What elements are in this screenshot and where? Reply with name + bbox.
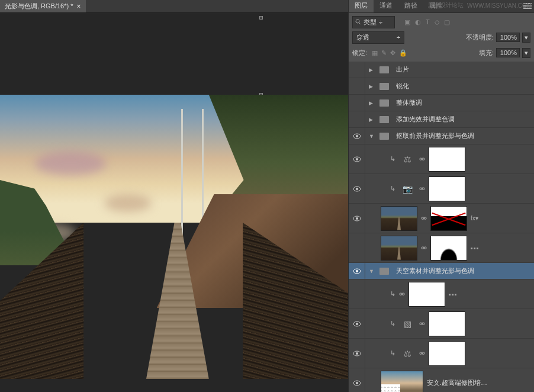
adjustment-layer-camera[interactable]: ↳ 📷 ⚮ xyxy=(349,174,534,204)
document-tab-title: 光影与色调, RGB/16*) * xyxy=(5,2,73,11)
canvas-image xyxy=(0,95,348,379)
twist-icon[interactable]: ▼ xyxy=(369,268,376,274)
mask-thumbnail[interactable] xyxy=(429,147,465,172)
twist-icon[interactable]: ▼ xyxy=(369,133,376,139)
visibility-toggle[interactable] xyxy=(349,62,365,78)
visibility-toggle[interactable] xyxy=(349,78,365,94)
lock-position-icon[interactable]: ✥ xyxy=(390,49,395,57)
layer-group-foreground[interactable]: ▼ 抠取前景并调整光影与色调 xyxy=(349,128,534,144)
layer-thumbnail[interactable] xyxy=(381,206,417,231)
clip-icon: ↳ xyxy=(390,185,395,192)
document-tab-bar: 光影与色调, RGB/16*) * × xyxy=(0,0,348,13)
transform-handle-top[interactable] xyxy=(259,16,263,20)
close-icon[interactable]: × xyxy=(77,2,81,11)
lock-all-icon[interactable]: 🔒 xyxy=(399,49,407,57)
visibility-toggle[interactable] xyxy=(349,279,365,309)
adjustment-layer-levels[interactable]: ↳ ⚖ ⚮ xyxy=(349,144,534,174)
smart-object-layer[interactable]: 安文.超高端修图培… xyxy=(349,368,534,392)
svg-point-10 xyxy=(356,188,358,190)
document-tab[interactable]: 光影与色调, RGB/16*) * × xyxy=(0,0,86,12)
svg-point-6 xyxy=(356,135,358,137)
filter-smart-icon[interactable]: ▢ xyxy=(444,18,450,26)
more-icon[interactable]: ▪▪▪ xyxy=(449,291,458,298)
cloud xyxy=(35,152,106,175)
layer-group-sky[interactable]: ▼ 天空素材并调整光影与色调 xyxy=(349,263,534,279)
layer-kind-filter[interactable]: 类型 ÷ xyxy=(352,16,395,28)
layer-group-overall[interactable]: ▶ 整体微调 xyxy=(349,95,534,111)
fill-input[interactable]: 100% xyxy=(496,48,520,57)
filter-shape-icon[interactable]: ◇ xyxy=(435,18,439,26)
layer-group-sharpen[interactable]: ▶ 锐化 xyxy=(349,78,534,95)
svg-point-14 xyxy=(356,270,358,272)
folder-icon xyxy=(379,268,389,275)
link-icon[interactable]: ⚮ xyxy=(421,244,427,252)
filter-pixel-icon[interactable]: ▣ xyxy=(404,18,410,26)
visibility-toggle[interactable] xyxy=(349,309,365,338)
visibility-toggle[interactable] xyxy=(349,95,365,111)
visibility-toggle[interactable] xyxy=(349,233,365,262)
clip-icon: ↳ xyxy=(390,155,395,163)
canvas-content[interactable] xyxy=(0,13,348,392)
mask-thumbnail[interactable] xyxy=(429,176,465,201)
mask-thumbnail-disabled[interactable] xyxy=(430,206,467,231)
fx-badge[interactable]: fx▾ xyxy=(471,215,478,221)
lock-label: 锁定: xyxy=(352,49,367,57)
blend-mode-dropdown[interactable]: 穿透 ÷ xyxy=(352,31,404,44)
adjustment-layer-balance[interactable]: ↳ ⚖ ⚮ xyxy=(349,339,534,368)
filter-type-icon[interactable]: T xyxy=(426,18,430,26)
visibility-toggle[interactable] xyxy=(349,204,365,233)
adjustment-layer-gradient[interactable]: ↳ ▧ ⚮ xyxy=(349,309,534,339)
levels-icon: ⚖ xyxy=(399,155,416,164)
mask-thumbnail[interactable] xyxy=(430,236,467,261)
fill-label: 填充: xyxy=(479,49,494,57)
visibility-toggle[interactable] xyxy=(349,144,365,173)
layer-group-out[interactable]: ▶ 出片 xyxy=(349,62,534,78)
layers-panel: 思缘设计论坛 WWW.MISSYUAN.COM 图层 通道 路径 属性 类型 ÷… xyxy=(348,0,534,392)
svg-line-4 xyxy=(359,23,361,24)
link-icon[interactable]: ⚮ xyxy=(419,320,425,328)
visibility-toggle[interactable] xyxy=(349,263,365,279)
mask-thumbnail[interactable] xyxy=(429,311,465,336)
visibility-toggle[interactable] xyxy=(349,128,365,144)
svg-point-16 xyxy=(356,323,358,325)
mask-thumbnail[interactable] xyxy=(429,341,465,366)
adjustment-layer-dodge[interactable]: ↳ ⚮ ▪▪▪ xyxy=(349,279,534,309)
link-icon[interactable]: ⚮ xyxy=(419,155,425,163)
link-icon[interactable]: ⚮ xyxy=(421,214,427,223)
link-icon[interactable]: ⚮ xyxy=(399,290,405,298)
dropdown-icon: ÷ xyxy=(397,34,400,41)
lock-transparency-icon[interactable]: ▦ xyxy=(372,49,378,57)
smart-object-thumbnail[interactable] xyxy=(381,371,423,393)
opacity-flyout[interactable]: ▾ xyxy=(522,33,530,43)
panel-controls: 类型 ÷ ▣ ◐ T ◇ ▢ 穿透 ÷ 不透明度: 100% ▾ 锁定: ▦ xyxy=(349,13,534,62)
cloud xyxy=(104,194,152,212)
tab-layers[interactable]: 图层 xyxy=(349,0,374,12)
folder-icon xyxy=(379,116,389,123)
filter-adjustment-icon[interactable]: ◐ xyxy=(415,18,421,26)
lock-pixels-icon[interactable]: ✎ xyxy=(381,49,387,57)
tab-channels[interactable]: 通道 xyxy=(374,0,398,12)
tab-paths[interactable]: 路径 xyxy=(398,0,423,12)
mask-thumbnail[interactable] xyxy=(408,282,445,307)
layer-road-masked[interactable]: ⚮ ▪▪▪ xyxy=(349,233,534,263)
twist-icon[interactable]: ▶ xyxy=(369,100,376,106)
twist-icon[interactable]: ▶ xyxy=(369,117,376,123)
twist-icon[interactable]: ▶ xyxy=(369,67,376,73)
visibility-toggle[interactable] xyxy=(349,339,365,368)
visibility-toggle[interactable] xyxy=(349,111,365,127)
layer-group-effects[interactable]: ▶ 添加光效并调整色调 xyxy=(349,111,534,128)
visibility-toggle[interactable] xyxy=(349,174,365,203)
clip-icon: ↳ xyxy=(390,320,395,327)
opacity-input[interactable]: 100% xyxy=(496,33,520,42)
fill-flyout[interactable]: ▾ xyxy=(522,48,530,58)
layer-road-disabled-mask[interactable]: ⚮ fx▾ xyxy=(349,204,534,233)
svg-point-20 xyxy=(356,382,358,384)
layer-thumbnail[interactable] xyxy=(381,236,417,261)
visibility-toggle[interactable] xyxy=(349,368,365,392)
link-icon[interactable]: ⚮ xyxy=(419,349,425,358)
link-icon[interactable]: ⚮ xyxy=(419,185,425,193)
svg-point-18 xyxy=(356,352,358,355)
search-icon xyxy=(355,19,361,25)
more-icon[interactable]: ▪▪▪ xyxy=(471,245,480,252)
twist-icon[interactable]: ▶ xyxy=(369,83,376,89)
